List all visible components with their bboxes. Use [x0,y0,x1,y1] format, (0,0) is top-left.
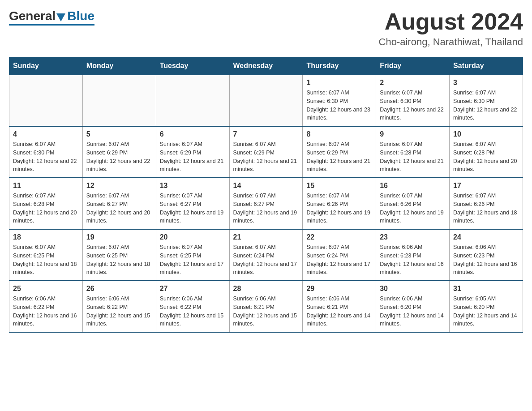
day-info: Sunrise: 6:07 AMSunset: 6:25 PMDaylight:… [160,243,226,277]
day-info: Sunrise: 6:07 AMSunset: 6:28 PMDaylight:… [13,192,79,225]
calendar-cell: 13Sunrise: 6:07 AMSunset: 6:27 PMDayligh… [156,178,229,229]
location-subtitle: Cho-airong, Narathiwat, Thailand [379,36,523,48]
day-info: Sunrise: 6:07 AMSunset: 6:27 PMDaylight:… [233,192,299,225]
day-number: 12 [86,182,152,190]
calendar-cell [156,75,229,126]
calendar-cell: 20Sunrise: 6:07 AMSunset: 6:25 PMDayligh… [156,229,229,281]
day-info: Sunrise: 6:07 AMSunset: 6:30 PMDaylight:… [453,89,519,122]
col-wednesday: Wednesday [229,57,303,75]
calendar-cell: 14Sunrise: 6:07 AMSunset: 6:27 PMDayligh… [229,178,303,229]
day-number: 27 [160,285,226,293]
calendar-week-row: 11Sunrise: 6:07 AMSunset: 6:28 PMDayligh… [9,178,523,229]
calendar-week-row: 1Sunrise: 6:07 AMSunset: 6:30 PMDaylight… [9,75,523,126]
calendar-cell: 25Sunrise: 6:06 AMSunset: 6:22 PMDayligh… [9,281,83,332]
day-info: Sunrise: 6:07 AMSunset: 6:28 PMDaylight:… [453,140,519,174]
col-tuesday: Tuesday [156,57,229,75]
col-thursday: Thursday [303,57,376,75]
calendar-week-row: 25Sunrise: 6:06 AMSunset: 6:22 PMDayligh… [9,281,523,332]
calendar-cell: 1Sunrise: 6:07 AMSunset: 6:30 PMDaylight… [303,75,376,126]
day-info: Sunrise: 6:06 AMSunset: 6:21 PMDaylight:… [233,295,299,328]
day-info: Sunrise: 6:07 AMSunset: 6:29 PMDaylight:… [233,140,299,174]
day-info: Sunrise: 6:07 AMSunset: 6:26 PMDaylight:… [306,192,372,225]
day-number: 28 [233,285,299,293]
day-info: Sunrise: 6:07 AMSunset: 6:27 PMDaylight:… [160,192,226,225]
day-info: Sunrise: 6:06 AMSunset: 6:22 PMDaylight:… [13,295,79,328]
day-info: Sunrise: 6:07 AMSunset: 6:27 PMDaylight:… [86,192,152,225]
day-info: Sunrise: 6:07 AMSunset: 6:30 PMDaylight:… [306,89,372,122]
day-number: 21 [233,233,299,241]
title-section: August 2024 Cho-airong, Narathiwat, Thai… [379,9,523,48]
day-number: 29 [306,285,372,293]
calendar-cell: 5Sunrise: 6:07 AMSunset: 6:29 PMDaylight… [82,126,156,178]
day-number: 14 [233,182,299,190]
day-number: 19 [86,233,152,241]
calendar-week-row: 4Sunrise: 6:07 AMSunset: 6:30 PMDaylight… [9,126,523,178]
logo-triangle-icon [56,13,65,21]
calendar-cell: 3Sunrise: 6:07 AMSunset: 6:30 PMDaylight… [450,75,523,126]
col-friday: Friday [376,57,450,75]
day-info: Sunrise: 6:06 AMSunset: 6:22 PMDaylight:… [160,295,226,328]
day-number: 1 [306,79,372,87]
calendar-cell: 31Sunrise: 6:05 AMSunset: 6:20 PMDayligh… [450,281,523,332]
calendar-cell: 26Sunrise: 6:06 AMSunset: 6:22 PMDayligh… [82,281,156,332]
calendar-week-row: 18Sunrise: 6:07 AMSunset: 6:25 PMDayligh… [9,229,523,281]
day-info: Sunrise: 6:07 AMSunset: 6:28 PMDaylight:… [380,140,446,174]
calendar-cell [9,75,83,126]
day-number: 15 [306,182,372,190]
calendar-cell: 9Sunrise: 6:07 AMSunset: 6:28 PMDaylight… [376,126,450,178]
day-number: 18 [13,233,79,241]
day-number: 5 [86,130,152,138]
calendar-cell: 21Sunrise: 6:07 AMSunset: 6:24 PMDayligh… [229,229,303,281]
day-number: 22 [306,233,372,241]
calendar-cell: 23Sunrise: 6:06 AMSunset: 6:23 PMDayligh… [376,229,450,281]
month-title: August 2024 [379,9,523,34]
day-info: Sunrise: 6:05 AMSunset: 6:20 PMDaylight:… [453,295,519,328]
calendar-cell: 12Sunrise: 6:07 AMSunset: 6:27 PMDayligh… [82,178,156,229]
day-number: 25 [13,285,79,293]
day-info: Sunrise: 6:06 AMSunset: 6:22 PMDaylight:… [86,295,152,328]
calendar-cell: 6Sunrise: 6:07 AMSunset: 6:29 PMDaylight… [156,126,229,178]
calendar-cell: 17Sunrise: 6:07 AMSunset: 6:26 PMDayligh… [450,178,523,229]
day-number: 16 [380,182,446,190]
calendar-cell: 4Sunrise: 6:07 AMSunset: 6:30 PMDaylight… [9,126,83,178]
calendar-cell [82,75,156,126]
calendar-table: Sunday Monday Tuesday Wednesday Thursday… [9,57,523,333]
day-number: 17 [453,182,519,190]
day-info: Sunrise: 6:07 AMSunset: 6:30 PMDaylight:… [13,140,79,174]
day-number: 9 [380,130,446,138]
day-info: Sunrise: 6:07 AMSunset: 6:25 PMDaylight:… [86,243,152,277]
logo-blue-text: Blue [67,9,94,23]
day-info: Sunrise: 6:07 AMSunset: 6:29 PMDaylight:… [160,140,226,174]
calendar-cell: 27Sunrise: 6:06 AMSunset: 6:22 PMDayligh… [156,281,229,332]
calendar-cell: 16Sunrise: 6:07 AMSunset: 6:26 PMDayligh… [376,178,450,229]
day-info: Sunrise: 6:07 AMSunset: 6:26 PMDaylight:… [380,192,446,225]
calendar-cell: 8Sunrise: 6:07 AMSunset: 6:29 PMDaylight… [303,126,376,178]
calendar-cell: 30Sunrise: 6:06 AMSunset: 6:20 PMDayligh… [376,281,450,332]
col-sunday: Sunday [9,57,83,75]
col-saturday: Saturday [450,57,523,75]
day-number: 31 [453,285,519,293]
calendar-cell: 15Sunrise: 6:07 AMSunset: 6:26 PMDayligh… [303,178,376,229]
day-number: 10 [453,130,519,138]
day-info: Sunrise: 6:07 AMSunset: 6:29 PMDaylight:… [86,140,152,174]
day-number: 20 [160,233,226,241]
day-number: 8 [306,130,372,138]
day-number: 23 [380,233,446,241]
day-info: Sunrise: 6:06 AMSunset: 6:21 PMDaylight:… [306,295,372,328]
calendar-cell: 11Sunrise: 6:07 AMSunset: 6:28 PMDayligh… [9,178,83,229]
day-number: 30 [380,285,446,293]
day-info: Sunrise: 6:06 AMSunset: 6:20 PMDaylight:… [380,295,446,328]
calendar-header-row: Sunday Monday Tuesday Wednesday Thursday… [9,57,523,75]
day-number: 2 [380,79,446,87]
calendar-cell: 2Sunrise: 6:07 AMSunset: 6:30 PMDaylight… [376,75,450,126]
day-info: Sunrise: 6:07 AMSunset: 6:24 PMDaylight:… [306,243,372,277]
day-number: 11 [13,182,79,190]
logo: General Blue [9,9,94,26]
day-info: Sunrise: 6:07 AMSunset: 6:29 PMDaylight:… [306,140,372,174]
day-info: Sunrise: 6:07 AMSunset: 6:25 PMDaylight:… [13,243,79,277]
calendar-cell [229,75,303,126]
calendar-cell: 28Sunrise: 6:06 AMSunset: 6:21 PMDayligh… [229,281,303,332]
calendar-cell: 29Sunrise: 6:06 AMSunset: 6:21 PMDayligh… [303,281,376,332]
logo-underline [9,24,94,26]
day-number: 13 [160,182,226,190]
